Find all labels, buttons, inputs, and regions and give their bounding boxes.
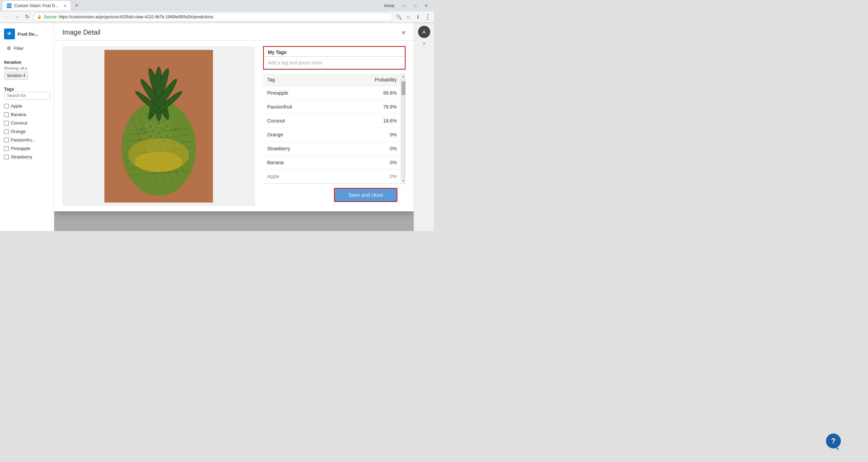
tag-label-banana: Banana (11, 112, 26, 117)
tag-item-orange: Orange (4, 128, 50, 135)
tag-checkbox-orange[interactable] (4, 129, 9, 134)
modal-body: My Tags Tag Probability (54, 41, 414, 211)
scroll-down-arrow[interactable]: ▼ (401, 178, 406, 183)
save-and-close-button[interactable]: Save and close (334, 188, 397, 202)
table-header: Tag Probability (263, 74, 401, 86)
search-icon[interactable]: 🔍 (395, 13, 403, 21)
row-prob-strawberry: 0% (363, 146, 397, 151)
tag-label-strawberry: Strawberry (11, 154, 32, 159)
modal-overlay[interactable]: Image Detail × (54, 23, 414, 231)
table-row: Coconut 18.6% (263, 114, 401, 128)
browser-chrome: CV Custom Vision: Fruit Dem... × + Anna … (0, 0, 434, 23)
predictions-table: Tag Probability Pineapple 99.6% Passionf… (263, 74, 401, 184)
predictions-scrollbar[interactable]: ▲ ▼ (401, 74, 406, 184)
main-content: Image Detail × (54, 23, 414, 231)
svg-point-25 (148, 124, 152, 128)
window-close-button[interactable]: ✕ (421, 2, 431, 9)
svg-point-23 (157, 121, 161, 125)
maximize-button[interactable]: □ (411, 2, 420, 9)
svg-point-32 (174, 128, 177, 131)
project-name: Fruit De... (18, 32, 38, 37)
minimize-button[interactable]: — (398, 2, 409, 9)
image-area (62, 46, 255, 206)
row-tag-coconut: Coconut (267, 118, 363, 123)
scroll-up-arrow[interactable]: ▲ (401, 74, 406, 79)
row-prob-pineapple: 99.6% (363, 90, 397, 96)
tag-checkbox-apple[interactable] (4, 104, 9, 109)
svg-point-33 (140, 128, 143, 131)
predictions-wrapper: Tag Probability Pineapple 99.6% Passionf… (263, 74, 406, 184)
expand-icon[interactable]: > (422, 41, 425, 46)
tab-title: Custom Vision: Fruit Dem... (14, 3, 61, 8)
lock-icon: 🔒 (37, 15, 42, 19)
user-name: Anna (384, 3, 394, 8)
tab-close-button[interactable]: × (64, 3, 66, 8)
table-row: Banana 0% (263, 156, 401, 170)
tag-item-coconut: Coconut (4, 119, 50, 127)
tag-checkbox-pineapple[interactable] (4, 146, 9, 151)
star-icon[interactable]: ☆ (404, 13, 412, 21)
tag-label-orange: Orange (11, 129, 25, 134)
new-tab-button[interactable]: + (72, 1, 81, 11)
tag-checkbox-passionfruit[interactable] (4, 138, 9, 142)
svg-point-24 (165, 124, 169, 128)
menu-button[interactable]: ⋮ (423, 13, 431, 21)
back-button[interactable]: ← (3, 13, 11, 21)
table-row: Apple 0% (263, 170, 401, 184)
modal-close-button[interactable]: × (401, 29, 406, 36)
window-controls: Anna — □ ✕ (384, 2, 431, 9)
svg-point-27 (165, 134, 169, 138)
tag-item-apple: Apple (4, 102, 50, 110)
row-prob-coconut: 18.6% (363, 118, 397, 123)
table-row: Strawberry 0% (263, 142, 401, 156)
modal-dialog: Image Detail × (54, 23, 414, 211)
iteration-button[interactable]: Iteration 4 (4, 72, 28, 80)
modal-title: Image Detail (62, 28, 100, 36)
filter-icon: ⚙ (7, 45, 11, 51)
tags-panel-wrapper: My Tags Tag Probability (263, 46, 406, 206)
refresh-button[interactable]: ↻ (23, 13, 31, 21)
forward-button[interactable]: → (13, 13, 21, 21)
url-text: https://customvision.ai/projects/ec4105d… (59, 15, 213, 19)
tag-checkbox-strawberry[interactable] (4, 155, 9, 159)
row-tag-apple: Apple (267, 174, 363, 179)
tag-checkbox-banana[interactable] (4, 112, 9, 117)
tag-item-passionfruit: Passionfru... (4, 136, 50, 143)
sidebar-logo: 👁 Fruit De... (4, 28, 50, 39)
tag-item-pineapple: Pineapple (4, 145, 50, 152)
showing-label: Showing: all p (4, 66, 50, 70)
tags-search-input[interactable] (4, 92, 50, 100)
tag-input[interactable] (264, 56, 405, 69)
row-prob-passionfruit: 79.9% (363, 104, 397, 110)
address-bar[interactable]: 🔒 Secure https://customvision.ai/project… (33, 13, 393, 21)
svg-point-28 (148, 134, 152, 138)
col-tag-header: Tag (267, 77, 363, 82)
info-icon[interactable]: ℹ (414, 13, 422, 21)
sidebar: 👁 Fruit De... ⚙ Filter Iteration Showing… (0, 23, 54, 231)
tag-label-passionfruit: Passionfru... (11, 137, 35, 142)
iteration-title: Iteration (4, 60, 50, 65)
scroll-track[interactable] (401, 79, 405, 178)
row-tag-strawberry: Strawberry (267, 146, 363, 151)
col-prob-header: Probability (363, 77, 397, 82)
browser-toolbar: ← → ↻ 🔒 Secure https://customvision.ai/p… (0, 12, 434, 23)
row-prob-orange: 0% (363, 132, 397, 137)
toolbar-icons: 🔍 ☆ ℹ ⋮ (395, 13, 431, 21)
table-row: Orange 0% (263, 128, 401, 142)
browser-tab[interactable]: CV Custom Vision: Fruit Dem... × (3, 1, 71, 11)
browser-titlebar: CV Custom Vision: Fruit Dem... × + Anna … (0, 0, 434, 12)
tag-checkbox-coconut[interactable] (4, 121, 9, 126)
iteration-section: Iteration Showing: all p Iteration 4 (4, 57, 50, 80)
tag-item-banana: Banana (4, 111, 50, 118)
table-row: Pineapple 99.6% (263, 86, 401, 100)
sidebar-item-filter[interactable]: ⚙ Filter (4, 43, 50, 53)
pineapple-image (104, 50, 213, 203)
scroll-thumb[interactable] (401, 81, 406, 95)
right-panel: A > (414, 23, 434, 231)
row-tag-orange: Orange (267, 132, 363, 137)
tag-label-coconut: Coconut (11, 120, 27, 126)
table-row: Passionfruit 79.9% (263, 100, 401, 114)
tags-section: Tags Apple Banana Coconut Orange (4, 84, 50, 160)
modal-header: Image Detail × (54, 23, 414, 41)
row-prob-banana: 0% (363, 160, 397, 165)
